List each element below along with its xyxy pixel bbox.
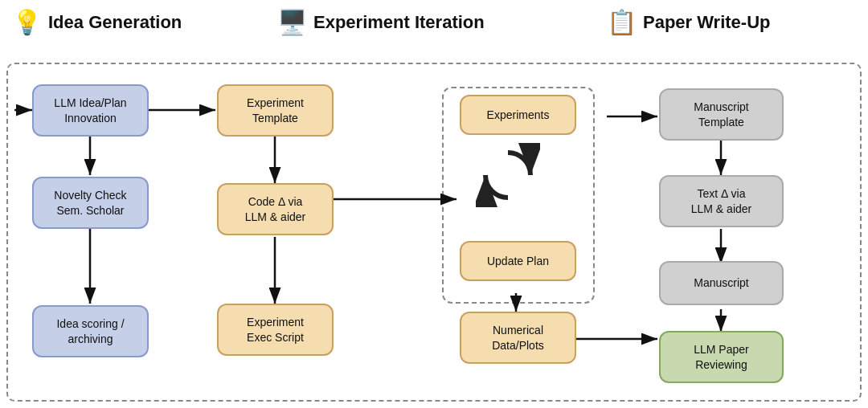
node-exp-template: ExperimentTemplate [217, 84, 334, 137]
experiment-icon: 🖥️ [277, 8, 307, 36]
exp-exec-label: ExperimentExec Script [247, 315, 304, 344]
numerical-data-label: NumericalData/Plots [492, 323, 544, 352]
node-text-delta: Text Δ viaLLM & aider [659, 175, 784, 227]
node-novelty-check: Novelty CheckSem. Scholar [32, 177, 149, 229]
node-llm-idea: LLM Idea/Plan Innovation [32, 84, 149, 137]
exp-template-label: ExperimentTemplate [247, 96, 304, 124]
idea-icon: 💡 [12, 8, 42, 36]
node-code-delta: Code Δ viaLLM & aider [217, 183, 334, 235]
idea-scoring-label: Idea scoring /archiving [56, 316, 124, 345]
paper-icon: 📋 [607, 8, 637, 36]
node-llm-paper: LLM PaperReviewing [659, 331, 784, 383]
code-delta-label: Code Δ viaLLM & aider [245, 194, 305, 223]
paper-writeup-label: Paper Write-Up [643, 12, 771, 33]
section-paper-writeup: 📋 Paper Write-Up [607, 8, 771, 36]
idea-generation-label: Idea Generation [48, 12, 182, 33]
update-plan-label: Update Plan [487, 254, 549, 268]
text-delta-label: Text Δ viaLLM & aider [691, 186, 751, 215]
novelty-check-label: Novelty CheckSem. Scholar [54, 188, 126, 217]
experiments-label: Experiments [487, 108, 550, 122]
manuscript-label: Manuscript [694, 275, 748, 290]
main-container: 💡 Idea Generation 🖥️ Experiment Iteratio… [0, 0, 868, 408]
llm-idea-label: LLM Idea/Plan Innovation [43, 96, 137, 124]
node-update-plan: Update Plan [460, 241, 576, 281]
node-experiments: Experiments [460, 95, 576, 135]
circular-arrow-icon [476, 143, 540, 207]
section-idea-generation: 💡 Idea Generation [12, 8, 182, 36]
experiment-iteration-label: Experiment Iteration [313, 12, 485, 33]
llm-paper-label: LLM PaperReviewing [694, 342, 748, 371]
node-manuscript-template: ManuscriptTemplate [659, 88, 784, 141]
manuscript-template-label: ManuscriptTemplate [694, 100, 748, 129]
section-experiment-iteration: 🖥️ Experiment Iteration [277, 8, 485, 36]
node-idea-scoring: Idea scoring /archiving [32, 305, 149, 357]
node-exp-exec: ExperimentExec Script [217, 304, 334, 356]
node-manuscript: Manuscript [659, 261, 784, 305]
node-numerical-data: NumericalData/Plots [460, 312, 576, 364]
